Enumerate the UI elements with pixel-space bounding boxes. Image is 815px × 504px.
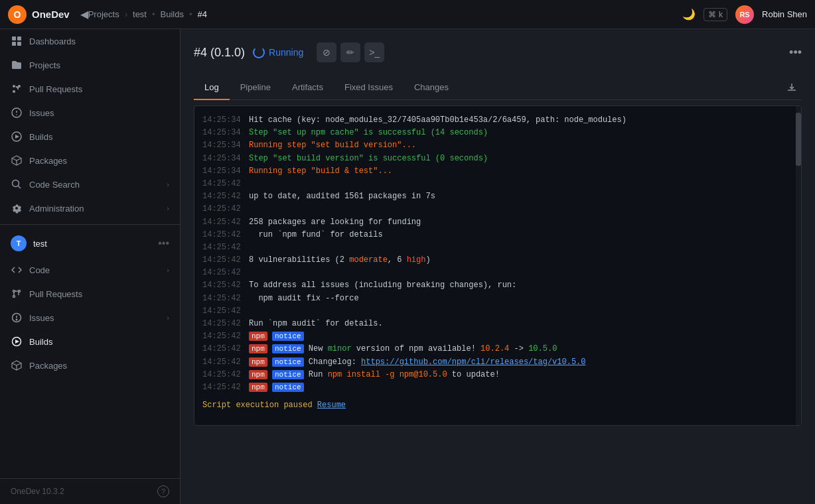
play-icon bbox=[11, 336, 23, 347]
chevron-right-icon: › bbox=[167, 180, 169, 188]
sidebar-item-label: Projects bbox=[29, 60, 169, 70]
log-line: 14:25:42 run `npm fund` for details bbox=[194, 229, 801, 241]
log-line: 14:25:42 Run `npm audit` for details. bbox=[194, 318, 801, 330]
svg-point-18 bbox=[13, 296, 15, 298]
chevron-right-icon: › bbox=[167, 314, 169, 322]
svg-line-26 bbox=[12, 363, 17, 366]
sidebar-item-pull-requests[interactable]: Pull Requests bbox=[0, 77, 180, 101]
sidebar-item-label: Builds bbox=[29, 337, 169, 347]
layout: Dashboards Projects Pull Requests Issues… bbox=[0, 29, 815, 504]
log-container: 14:25:34 Hit cache (key: node_modules_32… bbox=[194, 105, 802, 426]
cancel-build-btn[interactable]: ⊘ bbox=[317, 42, 336, 62]
download-log-btn[interactable] bbox=[782, 78, 802, 97]
build-more-btn[interactable]: ••• bbox=[789, 46, 802, 60]
theme-toggle[interactable]: 🌙 bbox=[682, 8, 696, 21]
kbd-key: k bbox=[719, 10, 723, 19]
log-line: 14:25:42 8 vulnerabilities (2 moderate, … bbox=[194, 254, 801, 267]
svg-point-9 bbox=[16, 114, 17, 115]
topbar-right: 🌙 ⌘ k RS Robin Shen bbox=[682, 5, 807, 24]
edit-build-btn[interactable]: ✏ bbox=[340, 42, 360, 62]
sidebar-item-projects[interactable]: Projects bbox=[0, 53, 180, 77]
breadcrumb-projects[interactable]: Projects bbox=[88, 9, 119, 19]
scrollbar-track bbox=[796, 106, 801, 425]
log-line: 14:25:42 bbox=[194, 305, 801, 318]
log-line: 14:25:42 npm notice Changelog: https://g… bbox=[194, 356, 801, 369]
build-status: Running bbox=[253, 46, 303, 58]
sidebar-item-label: Code bbox=[29, 265, 160, 275]
tab-pipeline[interactable]: Pipeline bbox=[230, 76, 281, 100]
search-icon bbox=[11, 178, 23, 190]
sidebar-item-label: Code Search bbox=[29, 180, 160, 190]
svg-rect-1 bbox=[17, 36, 21, 40]
sidebar-item-project-pull-requests[interactable]: Pull Requests bbox=[0, 282, 180, 306]
app-logo[interactable]: O OneDev bbox=[8, 5, 70, 24]
svg-line-16 bbox=[19, 186, 21, 189]
build-tabs: Log Pipeline Artifacts Fixed Issues Chan… bbox=[194, 76, 802, 100]
sidebar-item-issues[interactable]: Issues bbox=[0, 101, 180, 125]
tab-changes[interactable]: Changes bbox=[404, 76, 459, 100]
sidebar-item-project-packages[interactable]: Packages bbox=[0, 353, 180, 377]
log-line: 14:25:42 npm notice bbox=[194, 381, 801, 394]
breadcrumb: Projects › test • Builds • #4 bbox=[88, 9, 682, 19]
sidebar-item-label: Builds bbox=[29, 132, 169, 142]
project-more-btn[interactable]: ••• bbox=[158, 237, 169, 249]
tab-log[interactable]: Log bbox=[194, 76, 230, 100]
keyboard-shortcut[interactable]: ⌘ k bbox=[704, 8, 727, 21]
script-pause-notice: Script execution paused Resume bbox=[194, 394, 801, 417]
tab-artifacts[interactable]: Artifacts bbox=[281, 76, 334, 100]
log-line: 14:25:42 To address all issues (includin… bbox=[194, 279, 801, 292]
pull-request-icon bbox=[11, 288, 23, 300]
log-line: 14:25:42 up to date, audited 1561 packag… bbox=[194, 190, 801, 203]
resume-button[interactable]: Resume bbox=[317, 401, 346, 410]
svg-point-22 bbox=[16, 319, 17, 320]
log-line: 14:25:42 258 packages are looking for fu… bbox=[194, 216, 801, 229]
sidebar-item-project-issues[interactable]: Issues › bbox=[0, 306, 180, 330]
build-header: #4 (0.1.0) Running ⊘ ✏ >_ ••• bbox=[194, 42, 802, 62]
breadcrumb-current: #4 bbox=[198, 9, 207, 19]
package-icon bbox=[11, 359, 23, 371]
scrollbar-thumb[interactable] bbox=[796, 113, 801, 166]
svg-rect-0 bbox=[12, 36, 16, 40]
collapse-sidebar-btn[interactable]: ◀ bbox=[80, 8, 88, 21]
sidebar-item-code-search[interactable]: Code Search › bbox=[0, 172, 180, 196]
project-icon: T bbox=[11, 235, 27, 251]
running-spinner bbox=[253, 46, 265, 58]
user-name[interactable]: Robin Shen bbox=[762, 9, 807, 19]
sidebar-item-label: Issues bbox=[29, 108, 169, 118]
code-icon bbox=[11, 264, 23, 276]
svg-point-5 bbox=[13, 90, 15, 93]
tab-fixed-issues[interactable]: Fixed Issues bbox=[334, 76, 404, 100]
terminal-btn[interactable]: >_ bbox=[364, 42, 384, 62]
gear-icon bbox=[11, 202, 23, 214]
svg-line-14 bbox=[17, 158, 21, 161]
breadcrumb-test[interactable]: test bbox=[133, 9, 147, 19]
help-button[interactable]: ? bbox=[157, 485, 169, 497]
sidebar-item-dashboards[interactable]: Dashboards bbox=[0, 29, 180, 53]
sidebar-footer: OneDev 10.3.2 ? bbox=[0, 478, 180, 504]
build-id: #4 (0.1.0) bbox=[194, 46, 245, 60]
sidebar-item-label: Issues bbox=[29, 313, 160, 323]
svg-marker-11 bbox=[15, 135, 19, 139]
sidebar-item-label: Packages bbox=[29, 156, 169, 166]
main-content: #4 (0.1.0) Running ⊘ ✏ >_ ••• Log Pipeli… bbox=[181, 29, 815, 504]
sidebar-item-packages[interactable]: Packages bbox=[0, 149, 180, 172]
sidebar-item-project-builds[interactable]: Builds bbox=[0, 330, 180, 353]
pause-text: Script execution paused bbox=[202, 401, 313, 410]
svg-point-4 bbox=[13, 85, 15, 88]
app-name: OneDev bbox=[32, 9, 70, 20]
sidebar-item-administration[interactable]: Administration › bbox=[0, 196, 180, 220]
folder-icon bbox=[11, 59, 23, 71]
sidebar-item-code[interactable]: Code › bbox=[0, 258, 180, 282]
play-icon bbox=[11, 131, 23, 143]
kbd-meta: ⌘ bbox=[708, 10, 716, 19]
project-name: test bbox=[33, 239, 151, 249]
sidebar-item-label: Dashboards bbox=[29, 36, 169, 46]
avatar[interactable]: RS bbox=[735, 5, 754, 24]
sidebar-item-label: Pull Requests bbox=[29, 289, 169, 299]
issue-icon bbox=[11, 312, 23, 324]
breadcrumb-builds[interactable]: Builds bbox=[161, 9, 184, 19]
build-status-label: Running bbox=[269, 47, 303, 58]
sidebar: Dashboards Projects Pull Requests Issues… bbox=[0, 29, 181, 504]
sidebar-project[interactable]: T test ••• bbox=[0, 229, 180, 258]
sidebar-item-builds[interactable]: Builds bbox=[0, 125, 180, 149]
